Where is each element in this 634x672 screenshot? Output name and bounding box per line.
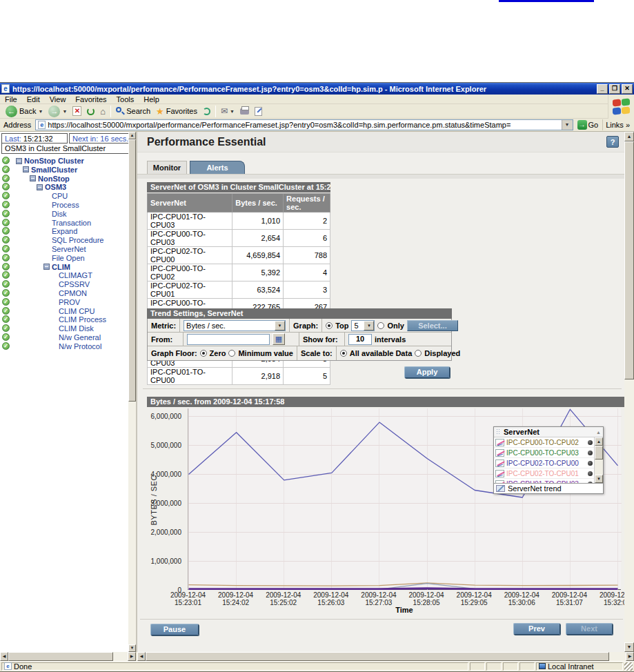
- menu-tools[interactable]: Tools: [112, 95, 139, 103]
- intervals-input[interactable]: 10: [348, 334, 372, 345]
- tree-item-cpmon[interactable]: ✓CPMON: [0, 289, 128, 298]
- tab-alerts[interactable]: Alerts: [190, 161, 245, 174]
- menu-view[interactable]: View: [45, 95, 71, 103]
- address-input[interactable]: e https://localhost:50000/mxportal/perfo…: [35, 119, 573, 130]
- scroll-right-icon[interactable]: ▶: [626, 652, 634, 661]
- tree-item-climagt[interactable]: ✓CLIMAGT: [0, 271, 128, 280]
- print-button[interactable]: [237, 105, 252, 118]
- collapse-icon[interactable]: ▲: [596, 430, 601, 435]
- collapse-minus-icon[interactable]: [43, 264, 50, 270]
- from-input[interactable]: [187, 334, 270, 345]
- menu-help[interactable]: Help: [139, 95, 164, 103]
- legend-item-ipc-cpu02-to-cpu01[interactable]: IPC-CPU02-TO-CPU01: [494, 468, 594, 479]
- collapse-minus-icon[interactable]: [16, 158, 22, 164]
- home-button[interactable]: ⌂: [97, 105, 108, 118]
- scroll-down-icon[interactable]: ▼: [128, 644, 136, 652]
- chevron-down-icon[interactable]: ▼: [364, 321, 374, 330]
- address-dropdown-icon[interactable]: ▼: [562, 120, 573, 130]
- visibility-eye-icon[interactable]: [588, 471, 593, 476]
- collapse-minus-icon[interactable]: [37, 184, 43, 190]
- main-vertical-scrollbar[interactable]: ▲ ▼: [624, 132, 634, 652]
- left-pane-horizontal-scrollbar[interactable]: ◀ ▶: [0, 652, 136, 661]
- menu-file[interactable]: File: [0, 95, 22, 103]
- maximize-button[interactable]: ❐: [609, 84, 620, 94]
- tree-item-clim-cpu[interactable]: ✓CLIM CPU: [0, 307, 128, 316]
- tree-item-osm3[interactable]: ✓OSM3: [0, 183, 128, 192]
- visibility-eye-icon[interactable]: [588, 451, 593, 455]
- forward-button[interactable]: → ▼: [46, 105, 70, 118]
- tree-item-disk[interactable]: ✓Disk: [0, 210, 128, 219]
- stop-button[interactable]: ✕: [70, 105, 84, 118]
- top-radio[interactable]: [326, 322, 333, 329]
- tree-item-cpu[interactable]: ✓CPU: [0, 192, 128, 201]
- scrollbar-thumb[interactable]: [624, 141, 634, 379]
- legend-item-ipc-cpu00-to-cpu02[interactable]: IPC-CPU00-TO-CPU02: [494, 437, 594, 448]
- tree-item-cpssrv[interactable]: ✓CPSSRV: [0, 280, 128, 289]
- tree-item-nonstop[interactable]: ✓NonStop: [0, 175, 128, 184]
- back-dropdown-icon[interactable]: ▼: [38, 109, 43, 114]
- legend-scrollbar[interactable]: ▲ ▼: [594, 437, 603, 483]
- main-horizontal-scrollbar[interactable]: ◀ ▶: [137, 652, 634, 661]
- scroll-down-icon[interactable]: ▼: [624, 642, 634, 652]
- scrollbar-thumb[interactable]: [8, 652, 113, 661]
- scroll-up-icon[interactable]: ▲: [595, 437, 603, 446]
- back-button[interactable]: ← Back ▼: [3, 105, 46, 118]
- left-pane-vertical-scrollbar[interactable]: ▲ ▼: [128, 132, 136, 652]
- minimize-button[interactable]: _: [597, 84, 608, 94]
- go-button[interactable]: → Go: [575, 120, 601, 130]
- mail-dropdown-icon[interactable]: ▼: [230, 109, 235, 114]
- all-available-data-radio[interactable]: [340, 350, 347, 357]
- tree-item-n-w-protocol[interactable]: ✓N/w Protocol: [0, 342, 128, 351]
- tree-item-n-w-general[interactable]: ✓N/w General: [0, 333, 128, 342]
- mail-button[interactable]: ✉ ▼: [218, 105, 237, 118]
- displayed-radio[interactable]: [415, 350, 422, 357]
- tree-item-process[interactable]: ✓Process: [0, 201, 128, 210]
- scrollbar-thumb[interactable]: [128, 139, 136, 402]
- collapse-minus-icon[interactable]: [23, 166, 29, 172]
- collapse-minus-icon[interactable]: [30, 175, 36, 181]
- tree-item-clim-process[interactable]: ✓CLIM Process: [0, 315, 128, 324]
- help-button[interactable]: ?: [606, 136, 619, 148]
- tree-item-clim-disk[interactable]: ✓CLIM Disk: [0, 324, 128, 333]
- pause-button[interactable]: Pause: [150, 624, 199, 635]
- tree-item-clim[interactable]: ✓CLIM: [0, 263, 128, 272]
- drag-grip-icon[interactable]: [496, 428, 501, 435]
- edit-button[interactable]: [252, 105, 265, 118]
- visibility-eye-icon[interactable]: [588, 440, 593, 445]
- tree-item-nonstop-cluster[interactable]: ✓NonStop Cluster: [0, 157, 128, 166]
- refresh-button[interactable]: [84, 105, 97, 118]
- scroll-left-icon[interactable]: ◀: [137, 652, 146, 661]
- tab-monitor[interactable]: Monitor: [147, 161, 187, 174]
- tree-item-prov[interactable]: ✓PROV: [0, 298, 128, 307]
- menu-edit[interactable]: Edit: [22, 95, 45, 103]
- visibility-eye-icon[interactable]: [588, 461, 593, 466]
- address-url[interactable]: https://localhost:50000/mxportal/perform…: [48, 121, 561, 129]
- chevron-down-icon[interactable]: ▼: [275, 321, 285, 330]
- legend-item-ipc-cpu01-to-cpu03[interactable]: IPC-CPU01-TO-CPU03: [494, 479, 594, 483]
- scroll-left-icon[interactable]: ◀: [0, 652, 8, 661]
- select-button[interactable]: Select...: [407, 320, 458, 331]
- links-button[interactable]: Links »: [602, 119, 633, 130]
- scroll-right-icon[interactable]: ▶: [128, 652, 136, 661]
- tree-item-smallcluster[interactable]: ✓SmallCluster: [0, 166, 128, 175]
- scrollbar-thumb[interactable]: [595, 446, 603, 459]
- tree-item-sql-procedure[interactable]: ✓SQL Procedure: [0, 236, 128, 245]
- chart-legend[interactable]: ServerNet ▲ IPC-CPU00-TO-CPU02IPC-CPU00-…: [493, 426, 604, 494]
- visibility-eye-icon[interactable]: [588, 482, 593, 484]
- apply-button[interactable]: Apply: [404, 366, 450, 378]
- prev-button[interactable]: Prev: [513, 623, 560, 635]
- search-button[interactable]: Search: [113, 105, 153, 118]
- titlebar[interactable]: e https://localhost:50000/mxportal/perfo…: [0, 83, 634, 95]
- scroll-down-icon[interactable]: ▼: [595, 475, 603, 483]
- top-count-select[interactable]: 5 ▼: [351, 320, 375, 331]
- scroll-up-icon[interactable]: ▲: [624, 132, 634, 141]
- tree-item-file-open[interactable]: ✓File Open: [0, 254, 128, 263]
- legend-header[interactable]: ServerNet ▲: [494, 427, 603, 437]
- tree-item-servernet[interactable]: ✓ServerNet: [0, 245, 128, 254]
- resize-grip[interactable]: [624, 662, 633, 671]
- scroll-up-icon[interactable]: ▲: [128, 132, 136, 139]
- next-button[interactable]: Next: [566, 623, 613, 635]
- tree-item-expand[interactable]: ✓Expand: [0, 227, 128, 236]
- only-radio[interactable]: [377, 322, 384, 329]
- zero-radio[interactable]: [200, 350, 207, 357]
